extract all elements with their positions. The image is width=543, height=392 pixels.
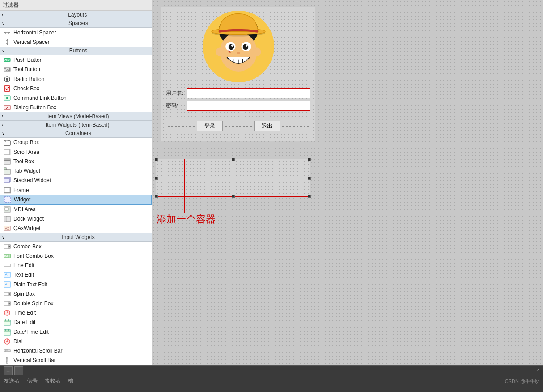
svg-text:AX: AX (5, 227, 9, 230)
sidebar-item-dialog-button-box[interactable]: ✗ Dialog Button Box (0, 103, 152, 112)
sidebar-item-line-edit[interactable]: Line Edit (0, 260, 152, 270)
svg-rect-45 (4, 264, 10, 267)
sidebar-item-label: Tool Box (13, 158, 34, 165)
sidebar-item-scroll-area[interactable]: Scroll Area (0, 147, 152, 157)
sidebar-item-vertical-scroll-bar[interactable]: Vertical Scroll Bar (0, 356, 152, 365)
sidebar-item-font-combo-box[interactable]: F Font Combo Box (0, 251, 152, 260)
svg-point-15 (6, 78, 8, 81)
resize-handle-bc[interactable] (232, 195, 235, 198)
sidebar-item-radio-button[interactable]: Radio Button (0, 74, 152, 84)
mdi-area-icon (4, 206, 11, 213)
category-layouts[interactable]: › Layouts (0, 11, 152, 19)
svg-rect-26 (4, 161, 10, 164)
resize-handle-tl[interactable] (155, 158, 158, 161)
sidebar-item-label: Date/Time Edit (13, 329, 49, 335)
username-label: 用户名: (166, 89, 184, 97)
sidebar-item-combo-box[interactable]: ▼ Combo Box (0, 242, 152, 251)
sidebar-item-dial[interactable]: Dial (0, 337, 152, 346)
dial-icon (4, 338, 11, 345)
sidebar-item-text-edit[interactable]: AI Text Edit (0, 270, 152, 280)
username-input[interactable] (187, 88, 310, 98)
frame-icon (4, 187, 11, 194)
sidebar-item-group-box[interactable]: grp Group Box (0, 138, 152, 147)
sidebar-item-vertical-spacer[interactable]: Vertical Spacer (0, 37, 152, 47)
category-input-widgets[interactable]: ∨ Input Widgets (0, 233, 152, 242)
password-input[interactable] (187, 101, 310, 111)
datetime-edit-icon (4, 328, 11, 336)
resize-handle-mr[interactable] (308, 177, 311, 180)
resize-handle-tr[interactable] (308, 158, 311, 161)
tool-button-icon: Tool (4, 66, 11, 73)
canvas-area: 用户名: 密码: 登录 退出 (152, 0, 543, 365)
svg-rect-27 (4, 169, 10, 174)
sidebar-item-label: Check Box (13, 85, 39, 92)
combo-box-icon: ▼ (4, 243, 11, 250)
empty-widget-container[interactable] (156, 159, 310, 197)
sidebar-item-command-link-button[interactable]: Command Link Button (0, 93, 152, 102)
filter-label: 过滤器 (3, 2, 19, 8)
password-row: 密码: (166, 101, 310, 111)
sidebar-item-horizontal-scroll-bar[interactable]: Horizontal Scroll Bar (0, 346, 152, 356)
connector-v (184, 159, 185, 213)
left-spacer (168, 126, 195, 127)
sidebar-item-label: Dock Widget (13, 216, 44, 222)
bottom-panel: + − ^ 发送者 信号 接收者 槽 CSDN @牛牛ly (0, 365, 543, 392)
quit-button[interactable]: 退出 (254, 121, 280, 131)
login-widget: 用户名: 密码: 登录 退出 (161, 7, 315, 141)
sidebar-item-tool-box[interactable]: Tool Box (0, 157, 152, 166)
sidebar-item-mdi-area[interactable]: MDI Area (0, 205, 152, 214)
category-item-widgets[interactable]: › Item Widgets (Item-Based) (0, 121, 152, 129)
arrow-icon: › (2, 13, 3, 17)
font-combo-box-icon: F (4, 252, 11, 260)
resize-handle-br[interactable] (308, 195, 311, 198)
avatar-area (161, 7, 315, 85)
category-buttons[interactable]: ∨ Buttons (0, 47, 152, 55)
sidebar-item-widget[interactable]: Widget (0, 195, 152, 205)
sidebar-item-spin-box[interactable]: ▲▼ Spin Box (0, 289, 152, 298)
sidebar-item-label: QAxWidget (13, 225, 41, 231)
category-label: Containers (7, 130, 150, 136)
sidebar-item-horizontal-spacer[interactable]: Horizontal Spacer (0, 28, 152, 37)
line-edit-icon (4, 262, 11, 269)
resize-handle-ml[interactable] (155, 177, 158, 180)
sidebar-item-dock-widget[interactable]: Dock Widget (0, 214, 152, 224)
sidebar-item-label: Group Box (13, 139, 39, 145)
login-button[interactable]: 登录 (197, 121, 223, 131)
category-label: Buttons (7, 47, 150, 54)
category-label: Item Widgets (Item-Based) (5, 122, 150, 128)
sidebar-item-push-button[interactable]: OK Push Button (0, 55, 152, 64)
resize-handle-tc[interactable] (232, 158, 235, 161)
plain-text-edit-icon: AI (4, 281, 11, 288)
category-containers[interactable]: ∨ Containers (0, 129, 152, 138)
svg-rect-23 (4, 149, 9, 155)
resize-arrow: ^ (537, 368, 539, 374)
remove-connection-button[interactable]: − (14, 366, 23, 375)
sidebar-item-label: Spin Box (13, 291, 35, 297)
category-item-views[interactable]: › Item Views (Model-Based) (0, 112, 152, 121)
sidebar-item-label: Frame (13, 187, 29, 193)
arrow-icon: ∨ (2, 234, 5, 239)
sidebar-item-double-spin-box[interactable]: ▲▼ Double Spin Box (0, 298, 152, 308)
sidebar-item-tool-button[interactable]: Tool Tool Button (0, 65, 152, 74)
add-connection-button[interactable]: + (4, 366, 13, 375)
svg-rect-24 (9, 149, 10, 155)
svg-rect-62 (4, 320, 10, 322)
sidebar-item-check-box[interactable]: Check Box (0, 84, 152, 93)
sidebar-item-qaxwidget[interactable]: AX QAxWidget (0, 224, 152, 233)
svg-text:AI: AI (5, 282, 8, 286)
bottom-row: 发送者 信号 接收者 槽 CSDN @牛牛ly (0, 376, 543, 386)
category-spacers[interactable]: ∨ Spacers (0, 19, 152, 28)
svg-rect-30 (4, 178, 9, 183)
filter-bar: 过滤器 (0, 0, 152, 11)
sidebar-item-datetime-edit[interactable]: Date/Time Edit (0, 327, 152, 337)
svg-text:▼: ▼ (8, 303, 11, 305)
sidebar-item-plain-text-edit[interactable]: AI Plain Text Edit (0, 280, 152, 289)
sidebar-item-tab-widget[interactable]: Tab Widget (0, 166, 152, 176)
sidebar-item-frame[interactable]: Frame (0, 185, 152, 195)
resize-handle-bl[interactable] (155, 195, 158, 198)
bottom-toolbar: + − ^ (0, 366, 543, 376)
sidebar-item-stacked-widget[interactable]: Stacked Widget (0, 176, 152, 185)
sidebar-item-date-edit[interactable]: Date Edit (0, 318, 152, 327)
sidebar-item-time-edit[interactable]: Time Edit (0, 308, 152, 318)
svg-text:▼: ▼ (8, 245, 11, 248)
